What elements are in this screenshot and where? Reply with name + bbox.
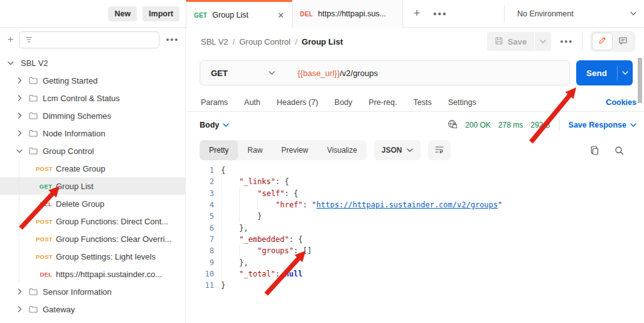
response-scrollbar-thumb[interactable] (638, 58, 642, 103)
request-label: Group Functions: Clear Overri... (56, 234, 171, 244)
request-more-button[interactable]: ●●● (560, 38, 573, 45)
line-number: 2 (186, 177, 214, 186)
workspace-actions: New Import (0, 0, 186, 28)
save-options-button[interactable] (535, 32, 551, 51)
response-format-dropdown[interactable]: JSON (374, 140, 421, 160)
line-number: 3 (186, 189, 214, 198)
line-number: 10 (186, 270, 214, 278)
request-config-tabs: ParamsAuthHeaders (7)BodyPre-req.TestsSe… (186, 93, 644, 112)
chevron-right-icon[interactable] (15, 288, 24, 295)
method-selector[interactable]: GET (200, 68, 284, 78)
view-pretty[interactable]: Pretty (200, 140, 238, 160)
collection-search-box[interactable] (19, 31, 159, 48)
chevron-right-icon[interactable] (15, 306, 24, 312)
new-button[interactable]: New (108, 6, 137, 21)
sidebar-item-group-settings-light-levels[interactable]: POST Group Settings: Light levels (0, 248, 185, 265)
chevron-down-icon (269, 71, 275, 75)
sidebar-item-node-information[interactable]: Node Information (0, 124, 185, 142)
response-body-dropdown[interactable]: Body (200, 121, 229, 129)
chevron-right-icon[interactable] (15, 95, 24, 101)
search-input[interactable] (36, 35, 154, 44)
tab-label: Group List (212, 11, 249, 19)
folder-icon (29, 94, 38, 102)
sidebar-item-lcm-control-status[interactable]: Lcm Control & Status (0, 89, 185, 107)
breadcrumb-group-control[interactable]: Group Control (239, 37, 291, 47)
tab-options-button[interactable]: ●●● (431, 0, 449, 27)
request-label: Group List (56, 182, 94, 191)
tab-headers-7[interactable]: Headers (7) (277, 98, 318, 107)
sidebar-item-sbl-v2[interactable]: SBL V2 (0, 54, 185, 72)
request-label: Group Functions: Direct Cont... (56, 217, 168, 226)
breadcrumb-group-list[interactable]: Group List (302, 37, 343, 47)
url-path: /v2/groups (340, 68, 378, 78)
sidebar-item-https-httpapi-sustainder-co[interactable]: DEL https://httpapi.sustainder.co... (0, 265, 185, 283)
tab-pre-req[interactable]: Pre-req. (368, 98, 397, 107)
search-icon[interactable] (614, 146, 624, 155)
tab-body[interactable]: Body (335, 98, 353, 107)
sidebar-item-getting-started[interactable]: Getting Started (0, 72, 185, 89)
environment-selector[interactable]: No Environment (505, 0, 644, 27)
chevron-right-icon[interactable] (15, 112, 24, 119)
sidebar-item-group-list[interactable]: GET Group List (0, 177, 185, 195)
code-line: 10"_total": null (186, 268, 644, 280)
view-visualize[interactable]: Visualize (318, 140, 367, 160)
sidebar-item-create-group[interactable]: POST Create Group (0, 160, 185, 177)
breadcrumb-row: SBL V2/Group Control/Group List Save ●●● (186, 28, 644, 55)
code-line: 6}, (186, 222, 644, 233)
folder-label: Sensor Information (43, 287, 112, 297)
save-button[interactable]: Save (487, 32, 534, 51)
tab-group-list[interactable]: GET Group List✕ (186, 0, 292, 28)
import-button[interactable]: Import (142, 6, 180, 21)
chevron-down-icon[interactable] (15, 149, 24, 153)
sidebar-item-sensor-information[interactable]: Sensor Information (0, 283, 185, 300)
folder-icon (29, 77, 38, 84)
pencil-icon (598, 36, 607, 48)
chevron-right-icon[interactable] (15, 77, 24, 84)
wrap-text-button[interactable] (428, 140, 451, 160)
copy-icon[interactable] (590, 146, 599, 155)
sidebar-more-button[interactable]: ●●● (166, 36, 179, 43)
top-bar: New Import GET Group List✕DEL https://ht… (0, 0, 644, 28)
url-input[interactable]: {{base_url}}/v2/groups (284, 68, 378, 78)
send-button[interactable]: Send (576, 60, 617, 85)
save-button-group: Save (487, 32, 551, 51)
folder-icon (29, 129, 38, 137)
chevron-down-icon[interactable] (6, 61, 15, 65)
new-tab-button[interactable]: + (407, 0, 426, 27)
view-preview[interactable]: Preview (272, 140, 318, 160)
add-collection-button[interactable]: + (8, 34, 13, 45)
tab-params[interactable]: Params (201, 98, 228, 107)
chevron-right-icon[interactable] (15, 130, 24, 136)
method-badge: POST (36, 165, 52, 172)
close-icon[interactable]: ✕ (269, 11, 284, 20)
sidebar-item-group-functions-clear-overri[interactable]: POST Group Functions: Clear Overri... (0, 230, 185, 248)
sidebar-item-group-functions-direct-cont[interactable]: POST Group Functions: Direct Cont... (0, 212, 185, 230)
sidebar-item-delete-group[interactable]: DEL Delete Group (0, 195, 185, 212)
folder-icon (29, 288, 38, 295)
send-button-group: Send (576, 60, 633, 85)
status-code: 200 OK (465, 121, 491, 129)
sidebar-item-group-control[interactable]: Group Control (0, 142, 185, 160)
tab-auth[interactable]: Auth (244, 98, 260, 107)
folder-label: Node Information (43, 129, 105, 138)
line-number: 9 (186, 258, 214, 267)
sidebar-item-dimming-schemes[interactable]: Dimming Schemes (0, 107, 185, 124)
sidebar-item-gateway[interactable]: Gateway (0, 300, 185, 318)
tab-tests[interactable]: Tests (413, 98, 431, 107)
response-meta-row: Body 200 OK 278 ms 292 B Save Response (186, 113, 644, 137)
send-options-button[interactable] (618, 60, 633, 85)
folder-icon (29, 147, 38, 155)
save-response-button[interactable]: Save Response (569, 121, 636, 129)
breadcrumb-sbl-v2[interactable]: SBL V2 (201, 37, 228, 47)
method-badge: DEL (300, 11, 313, 18)
edit-request-toggle[interactable] (592, 33, 613, 50)
line-number: 11 (186, 281, 214, 290)
tab-https-httpapi-sus[interactable]: DEL https://httpapi.sus... (292, 0, 403, 28)
folder-label: Gateway (43, 305, 75, 314)
request-actions: Save ●●● (487, 31, 635, 52)
tab-settings[interactable]: Settings (448, 98, 476, 107)
comments-toggle[interactable] (613, 33, 633, 50)
cookies-link[interactable]: Cookies (606, 98, 636, 107)
code-line: 4"href": "https://httpapi.sustainder.com… (186, 199, 644, 211)
view-raw[interactable]: Raw (238, 140, 272, 160)
